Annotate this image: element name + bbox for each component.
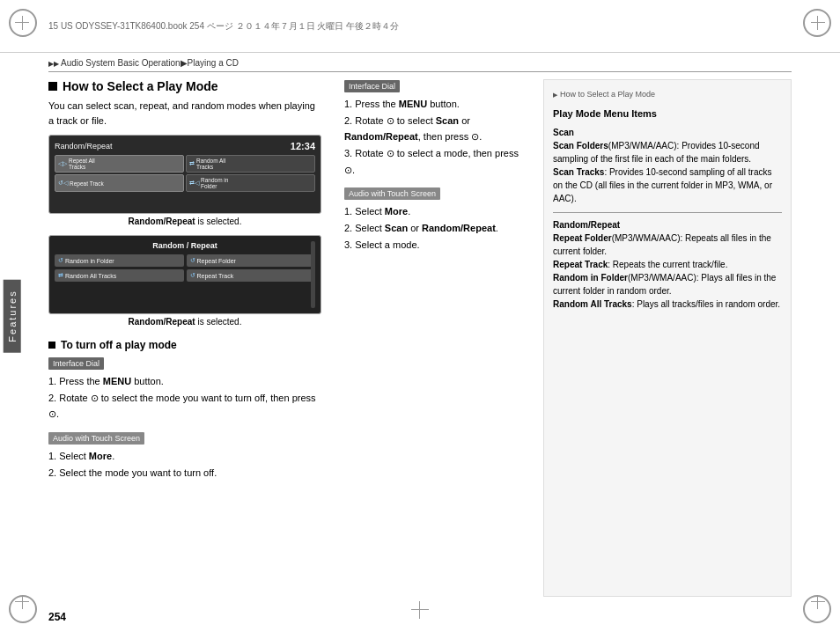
bottom-crosshair-icon xyxy=(411,601,429,619)
interface-dial-badge: Interface Dial xyxy=(344,80,400,92)
step-3: 3. Rotate ⊙ to select a mode, then press… xyxy=(344,145,529,178)
screen1-item-3: ↺◁ Repeat Track xyxy=(55,174,184,192)
steps-area: Interface Dial 1. Press the MENU button.… xyxy=(335,79,529,597)
screen1-item1-icon: ◁▷ xyxy=(58,160,67,167)
screen1-time: 12:34 xyxy=(291,141,315,151)
screen2-item3-icon: ⇄ xyxy=(58,272,63,279)
screen2-item-3: ⇄ Random All Tracks xyxy=(55,269,184,282)
main-content: How to Select a Play Mode You can select… xyxy=(48,79,792,597)
scan-title: Scan xyxy=(553,128,574,137)
screen1-item3-label: Repeat Track xyxy=(70,180,104,187)
turnoff-touch-badge: Audio with Touch Screen xyxy=(48,432,144,445)
interface-steps-list: 1. Press the MENU button. 2. Rotate ⊙ to… xyxy=(344,96,529,178)
turnoff-step-2: 2. Rotate ⊙ to select the mode you want … xyxy=(48,390,321,423)
random-repeat-title: Random/Repeat xyxy=(553,218,782,231)
screen1-item-4: ⇄◁ Random inFolder xyxy=(186,174,315,192)
touch-steps-list: 1. Select More. 2. Select Scan or Random… xyxy=(344,203,529,253)
scan-folders-title: Scan Folders xyxy=(553,141,608,151)
screen-block-1: Random/Repeat 12:34 ◁▷ Repeat AllTracks … xyxy=(48,135,321,226)
touch-step-2: 2. Select Scan or Random/Repeat. xyxy=(344,220,529,237)
screen2-scrollbar xyxy=(311,241,315,308)
turnoff-square-icon xyxy=(48,342,55,349)
screen-block-2: Random / Repeat ↺ Random in Folder ↺ Rep… xyxy=(48,235,321,327)
screen2-item-1: ↺ Random in Folder xyxy=(55,254,184,267)
turnoff-step-1: 1. Press the MENU button. xyxy=(48,373,321,390)
turnoff-touch-steps: 1. Select More. 2. Select the mode you w… xyxy=(48,448,321,481)
turnoff-touch-step-1: 1. Select More. xyxy=(48,448,321,465)
step-1: 1. Press the MENU button. xyxy=(344,96,529,113)
touch-step-3: 3. Select a mode. xyxy=(344,237,529,254)
breadcrumb: Audio System Basic Operation▶Playing a C… xyxy=(48,55,792,72)
screen1-item1-label: Repeat AllTracks xyxy=(69,158,95,170)
screen2-item4-label: Repeat Track xyxy=(197,273,234,279)
screen2-caption-text: is selected. xyxy=(197,317,241,327)
random-repeat-section: Random/Repeat Repeat Folder(MP3/WMA/AAC)… xyxy=(553,218,782,311)
screen2-items: ↺ Random in Folder ↺ Repeat Folder ⇄ Ran… xyxy=(55,254,315,282)
screen1-item-1: ◁▷ Repeat AllTracks xyxy=(55,155,184,173)
screen1-caption-text: is selected. xyxy=(197,217,241,226)
screen-mockup-2: Random / Repeat ↺ Random in Folder ↺ Rep… xyxy=(48,235,321,314)
random-folder-title: Random in Folder xyxy=(553,273,628,283)
screen2-item2-icon: ↺ xyxy=(190,257,195,264)
right-panel: How to Select a Play Mode Play Mode Menu… xyxy=(543,79,792,597)
page-number: 254 xyxy=(48,611,66,623)
page-title: How to Select a Play Mode xyxy=(63,79,218,93)
screen1-item4-label: Random inFolder xyxy=(201,177,228,189)
turnoff-title: To turn off a play mode xyxy=(61,339,177,351)
intro-text: You can select scan, repeat, and random … xyxy=(48,99,321,128)
screen1-caption: Random/Repeat is selected. xyxy=(48,217,321,226)
screen2-item-2: ↺ Repeat Folder xyxy=(187,254,316,267)
screen2-item-4: ↺ Repeat Track xyxy=(187,269,316,282)
screen2-caption-bold: Random/Repeat xyxy=(129,317,195,327)
top-bar: 15 US ODYSSEY-31TK86400.book 254 ページ ２０１… xyxy=(0,0,840,53)
screen2-item1-label: Random in Folder xyxy=(65,258,114,264)
scan-section: Scan Scan Folders(MP3/WMA/AAC): Provides… xyxy=(553,126,782,205)
step-2: 2. Rotate ⊙ to select Scan or Random/Rep… xyxy=(344,113,529,145)
random-all-title: Random All Tracks xyxy=(553,299,632,309)
touch-step-1: 1. Select More. xyxy=(344,203,529,220)
screen1-items: ◁▷ Repeat AllTracks ⇄ Random AllTracks ↺… xyxy=(55,155,315,192)
bottom-center-decoration xyxy=(411,601,429,619)
corner-circle-bl xyxy=(9,595,37,623)
corner-br xyxy=(796,588,831,623)
touch-screen-badge: Audio with Touch Screen xyxy=(344,187,440,200)
top-bar-text: 15 US ODYSSEY-31TK86400.book 254 ページ ２０１… xyxy=(48,20,792,33)
screen2-item2-label: Repeat Folder xyxy=(197,258,236,264)
screen1-item4-icon: ⇄◁ xyxy=(189,180,199,187)
screen1-title: Random/Repeat xyxy=(55,142,113,151)
divider xyxy=(553,212,782,213)
screen1-item2-icon: ⇄ xyxy=(189,160,195,167)
repeat-track-text: : Repeats the current track/file. xyxy=(608,260,727,269)
right-section-title: Play Mode Menu Items xyxy=(553,107,782,121)
repeat-folder-title: Repeat Folder xyxy=(553,233,612,243)
turnoff-heading: To turn off a play mode xyxy=(48,339,321,351)
turnoff-interface-badge: Interface Dial xyxy=(48,357,104,370)
screen-header-1: Random/Repeat 12:34 xyxy=(55,141,315,151)
turnoff-touch-step-2: 2. Select the mode you want to turn off. xyxy=(48,465,321,481)
screen2-item3-label: Random All Tracks xyxy=(65,273,116,279)
features-tab: Features xyxy=(4,279,21,352)
screen1-caption-bold: Random/Repeat xyxy=(129,217,195,226)
scan-tracks-title: Scan Tracks xyxy=(553,167,604,177)
screen1-item-2: ⇄ Random AllTracks xyxy=(186,155,315,173)
screen1-item2-label: Random AllTracks xyxy=(196,158,225,170)
section-heading: How to Select a Play Mode xyxy=(48,79,321,93)
screen2-item4-icon: ↺ xyxy=(190,272,195,279)
left-column: How to Select a Play Mode You can select… xyxy=(48,79,321,597)
screen2-item1-icon: ↺ xyxy=(58,257,63,264)
heading-square-icon xyxy=(48,82,57,91)
turnoff-section: To turn off a play mode Interface Dial 1… xyxy=(48,339,321,481)
screen2-title: Random / Repeat xyxy=(55,241,315,250)
screen1-item3-icon: ↺◁ xyxy=(58,180,68,187)
random-all-text: : Plays all tracks/files in random order… xyxy=(632,299,780,309)
corner-bl xyxy=(9,588,44,623)
turnoff-interface-steps: 1. Press the MENU button. 2. Rotate ⊙ to… xyxy=(48,373,321,423)
screen2-caption: Random/Repeat is selected. xyxy=(48,317,321,327)
repeat-track-title: Repeat Track xyxy=(553,260,608,269)
right-panel-breadcrumb: How to Select a Play Mode xyxy=(553,89,782,101)
screen-mockup-1: Random/Repeat 12:34 ◁▷ Repeat AllTracks … xyxy=(48,135,321,214)
